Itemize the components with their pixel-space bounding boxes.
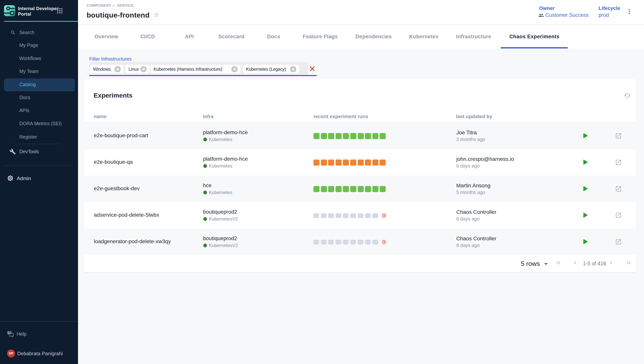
svg-text:?: ? [9,331,11,334]
